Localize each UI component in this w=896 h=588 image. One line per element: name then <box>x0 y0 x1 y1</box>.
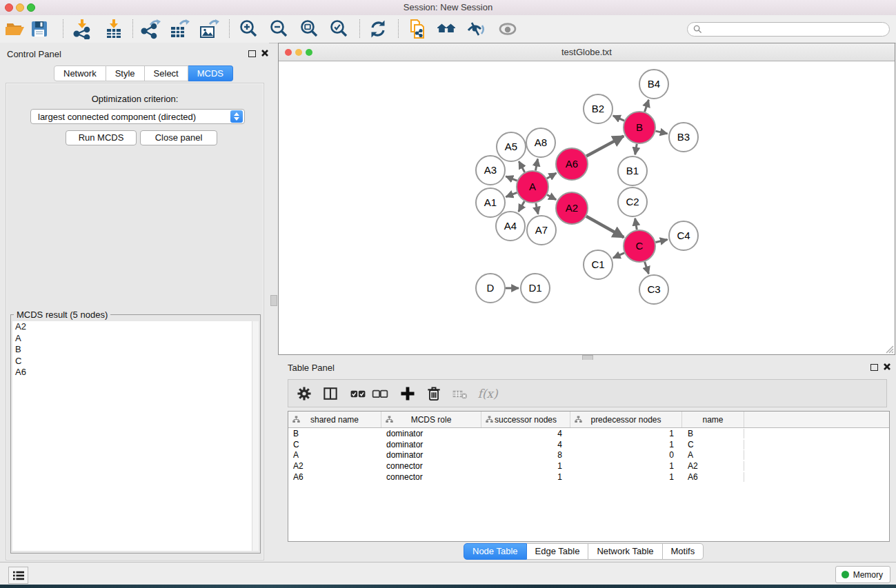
cell[interactable]: 1 <box>570 472 682 482</box>
graph-node-A1[interactable]: A1 <box>476 188 505 217</box>
graph-node-B3[interactable]: B3 <box>669 123 698 152</box>
graph-edge-C-C3[interactable] <box>645 262 649 274</box>
graph-edge-B-B3[interactable] <box>655 131 667 134</box>
search-input[interactable] <box>705 24 884 35</box>
zoom-in-button[interactable] <box>237 17 261 41</box>
tab-motifs[interactable]: Motifs <box>663 543 704 560</box>
graph-node-C3[interactable]: C3 <box>639 275 668 304</box>
graph-edge-A6-B[interactable] <box>586 136 624 156</box>
tab-select[interactable]: Select <box>145 65 188 81</box>
list-item[interactable]: B <box>12 344 252 356</box>
column-selector-button[interactable] <box>320 383 341 404</box>
cell[interactable]: 0 <box>570 450 682 460</box>
select-all-button[interactable] <box>348 383 368 404</box>
graph-node-A3[interactable]: A3 <box>476 156 505 185</box>
graph-edge-A-A4[interactable] <box>519 201 525 212</box>
graph-node-B1[interactable]: B1 <box>618 156 647 185</box>
column-header-predecessor-nodes[interactable]: predecessor nodes <box>570 412 682 427</box>
graph-node-B4[interactable]: B4 <box>639 70 668 99</box>
cell[interactable]: A2 <box>288 461 381 471</box>
graph-node-C1[interactable]: C1 <box>584 250 613 279</box>
list-item[interactable]: A <box>12 333 252 345</box>
cell[interactable]: 1 <box>570 440 682 449</box>
graph-edge-B-B1[interactable] <box>635 144 637 155</box>
network-canvas[interactable]: B4B2BB3A8A5A6A3B1AA1C2A2A4A7C4CC1C3DD1 <box>279 61 895 354</box>
cell[interactable]: 1 <box>570 429 682 438</box>
graph-node-A4[interactable]: A4 <box>496 212 525 241</box>
cell[interactable]: dominator <box>381 440 481 449</box>
column-header-mcds-role[interactable]: MCDS role <box>381 412 481 427</box>
column-header-successor-nodes[interactable]: successor nodes <box>481 412 570 427</box>
zoom-out-button[interactable] <box>268 17 291 41</box>
graph-edge-A-A8[interactable] <box>535 159 537 171</box>
graph-edge-A-A3[interactable] <box>506 176 517 181</box>
cell[interactable]: A2 <box>682 461 744 471</box>
cell[interactable]: B <box>682 429 744 438</box>
export-table-button[interactable] <box>168 17 191 41</box>
graph-node-A6[interactable]: A6 <box>556 148 588 180</box>
cell[interactable]: connector <box>381 461 481 471</box>
cell[interactable]: 4 <box>481 429 570 438</box>
cell[interactable]: A6 <box>682 472 744 482</box>
graph-edge-B-B4[interactable] <box>645 100 649 112</box>
tab-edge-table[interactable]: Edge Table <box>527 543 589 560</box>
graph-node-B2[interactable]: B2 <box>584 94 613 123</box>
cell[interactable]: 4 <box>481 440 570 449</box>
graph-node-A[interactable]: A <box>517 171 548 203</box>
graph-edge-A-A5[interactable] <box>519 161 524 172</box>
graph-edge-C-C2[interactable] <box>635 219 637 230</box>
memory-button[interactable]: Memory <box>835 566 890 583</box>
tab-network-table[interactable]: Network Table <box>588 543 662 560</box>
cell[interactable]: B <box>288 429 381 438</box>
import-network-button[interactable] <box>71 17 94 41</box>
graph-node-A2[interactable]: A2 <box>556 192 588 224</box>
graph-edge-C-C4[interactable] <box>655 239 667 242</box>
window-resize-grip[interactable] <box>884 344 894 354</box>
cell[interactable]: dominator <box>381 429 481 438</box>
graph-edge-B-B2[interactable] <box>613 116 624 121</box>
function-builder-button[interactable]: f(x) <box>473 383 502 404</box>
zoom-fit-button[interactable] <box>298 17 321 41</box>
graph-edge-A-A2[interactable] <box>547 194 556 199</box>
cell[interactable]: C <box>288 440 381 449</box>
vertical-splitter-handle[interactable] <box>270 295 277 306</box>
list-item[interactable]: A6 <box>12 367 252 378</box>
graph-edge-A-A1[interactable] <box>506 192 517 196</box>
graph-edge-A-A6[interactable] <box>547 173 557 179</box>
hide-details-button[interactable] <box>464 17 488 41</box>
criterion-dropdown[interactable]: largest connected component (directed) <box>30 109 245 124</box>
tab-mcds[interactable]: MCDS <box>188 65 233 81</box>
cell[interactable]: A <box>288 450 381 460</box>
tab-network[interactable]: Network <box>54 65 106 81</box>
cell[interactable]: dominator <box>381 450 481 460</box>
list-item[interactable]: A2 <box>12 321 252 333</box>
graph-node-A8[interactable]: A8 <box>526 128 555 157</box>
delete-table-button[interactable] <box>450 383 470 404</box>
deselect-all-button[interactable] <box>370 383 390 404</box>
cell[interactable]: 1 <box>570 461 682 471</box>
cell[interactable]: A <box>682 450 744 460</box>
open-file-button[interactable] <box>3 17 27 41</box>
graph-node-D[interactable]: D <box>476 274 505 303</box>
graph-node-A5[interactable]: A5 <box>497 132 526 161</box>
network-overview-button[interactable] <box>435 17 458 41</box>
cell[interactable]: 1 <box>481 472 570 482</box>
save-session-button[interactable] <box>28 17 51 41</box>
cell[interactable]: 8 <box>481 450 570 460</box>
delete-column-button[interactable] <box>424 383 444 404</box>
export-image-button[interactable] <box>197 17 221 41</box>
graph-node-A7[interactable]: A7 <box>527 216 556 245</box>
close-table-panel-icon[interactable] <box>883 363 891 371</box>
new-session-button[interactable] <box>406 17 430 41</box>
float-table-panel-icon[interactable] <box>870 364 878 371</box>
export-network-button[interactable] <box>139 17 162 41</box>
import-table-button[interactable] <box>103 17 126 41</box>
cell[interactable]: C <box>682 440 744 449</box>
column-header-shared-name[interactable]: shared name <box>288 412 381 427</box>
tab-style[interactable]: Style <box>106 65 145 81</box>
cell[interactable]: A6 <box>288 472 381 482</box>
graph-node-C2[interactable]: C2 <box>618 187 647 216</box>
list-item[interactable]: C <box>12 356 252 367</box>
cell[interactable]: connector <box>381 472 481 482</box>
table-settings-button[interactable] <box>294 383 315 404</box>
